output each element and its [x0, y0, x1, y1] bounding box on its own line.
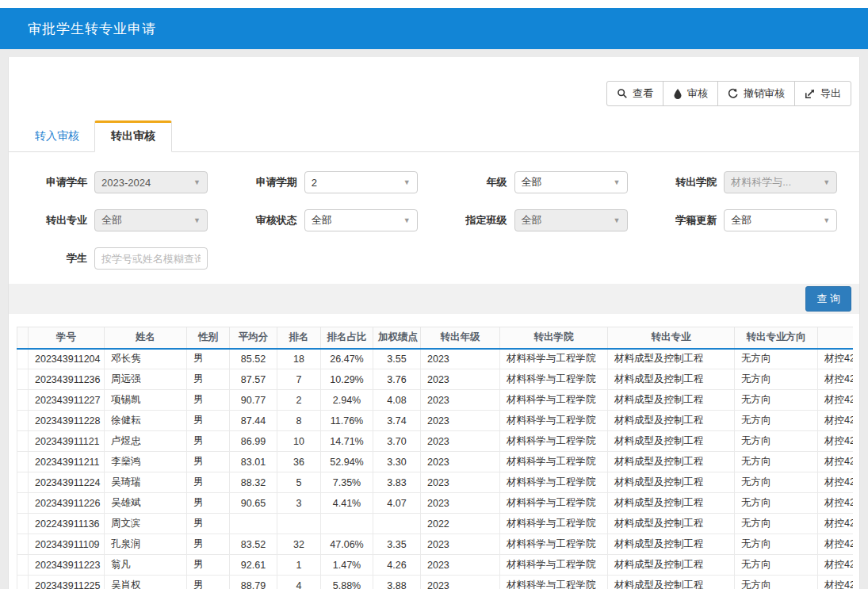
audit-status-label: 审核状态 — [222, 213, 304, 228]
audit-status-value: 全部 — [312, 213, 332, 228]
student-label: 学生 — [12, 251, 94, 266]
table-row[interactable]: 202243911136周文滨男2022材料科学与工程学院材料成型及控制工程无方… — [17, 514, 854, 534]
table-cell: 10.29% — [321, 369, 373, 390]
column-header[interactable]: 转出专业方向 — [735, 327, 818, 349]
table-cell: 2023 — [421, 555, 500, 576]
audit-button-label: 审核 — [687, 86, 708, 101]
table-cell: 4.41% — [321, 493, 373, 514]
apply-term-select[interactable]: 2 ▼ — [304, 171, 418, 193]
table-cell: 材料成型及控制工程 — [608, 472, 735, 493]
table-row[interactable]: 202343911225吴肖权男88.7945.88%3.882023材料科学与… — [17, 576, 854, 589]
table-cell: 7.35% — [321, 472, 373, 493]
table-cell: 4.26 — [373, 555, 421, 576]
table-cell: 1 — [277, 555, 321, 576]
toolbar-button-group: 查看 审核 撤销审核 — [606, 81, 851, 106]
column-header[interactable]: 姓名 — [105, 327, 187, 349]
column-header[interactable]: 转出年级 — [421, 327, 500, 349]
audit-button[interactable]: 审核 — [663, 81, 718, 106]
table-cell: 202243911136 — [29, 514, 105, 534]
student-search-input[interactable] — [94, 247, 208, 270]
column-header[interactable]: 排名占比 — [321, 327, 373, 349]
field-enrollment-update: 学籍更新 全部 ▼ — [641, 209, 851, 231]
out-major-select[interactable]: 全部 ▼ — [94, 209, 208, 231]
table-row[interactable]: 202343911228徐健耘男87.44811.76%3.742023材料科学… — [17, 411, 854, 431]
table-cell: 男 — [187, 472, 230, 493]
grade-select[interactable]: 全部 ▼ — [514, 171, 628, 193]
table-cell: 材料科学与工程学院 — [500, 472, 608, 493]
column-header[interactable]: 学号 — [29, 327, 105, 349]
out-college-select[interactable]: 材料科学与... ▼ — [724, 171, 837, 193]
table-row[interactable]: 202343911223翁凡男92.6111.47%4.262023材料科学与工… — [17, 555, 854, 576]
table-cell: 3.76 — [373, 369, 421, 390]
grade-label: 年级 — [432, 175, 514, 189]
table-cell: 翁凡 — [105, 555, 187, 576]
table-row[interactable]: 202343911224吴琦瑞男88.3257.35%3.832023材料科学与… — [17, 472, 854, 493]
table-cell: 材料成型及控制工程 — [608, 411, 735, 431]
chevron-down-icon: ▼ — [403, 178, 411, 186]
table-cell: 7 — [277, 369, 321, 390]
table-cell: 2023 — [421, 534, 500, 555]
table-cell: 90.77 — [230, 390, 277, 411]
table-cell: 2023 — [421, 411, 500, 431]
table-cell: 2023 — [421, 576, 500, 589]
table-cell: 材料成型及控制工程 — [608, 390, 735, 411]
field-audit-status: 审核状态 全部 ▼ — [222, 209, 432, 231]
table-cell: 8 — [277, 411, 321, 431]
table-cell: 材料科学与工程学院 — [500, 452, 608, 472]
assigned-class-label: 指定班级 — [432, 213, 514, 228]
results-table: 学号姓名性别平均分排名排名占比加权绩点转出年级转出学院转出专业转出专业方向转出班… — [17, 327, 853, 589]
table-cell: 202343911236 — [29, 369, 105, 390]
table-cell: 3.83 — [373, 472, 421, 493]
column-header[interactable]: 转出专业 — [608, 327, 735, 349]
table-cell: 88.79 — [230, 576, 277, 589]
column-header[interactable]: 排名 — [277, 327, 321, 349]
table-cell: 材料科学与工程学院 — [500, 534, 608, 555]
column-header[interactable] — [17, 327, 29, 349]
table-cell: 3 — [277, 493, 321, 514]
table-cell: 材料科学与工程学院 — [500, 390, 608, 411]
column-header[interactable]: 性别 — [187, 327, 230, 349]
audit-status-select[interactable]: 全部 ▼ — [304, 209, 418, 231]
assigned-class-select[interactable]: 全部 ▼ — [514, 209, 628, 231]
column-header[interactable]: 转出学院 — [500, 327, 608, 349]
table-row[interactable]: 202343911121卢煜忠男86.991014.71%3.702023材料科… — [17, 431, 854, 452]
table-row[interactable]: 202343911227项锡凯男90.7722.94%4.082023材料科学与… — [17, 390, 854, 411]
table-row[interactable]: 202343911236周远强男87.57710.29%3.762023材料科学… — [17, 369, 854, 390]
apply-year-select[interactable]: 2023-2024 ▼ — [94, 171, 208, 193]
table-cell: 材料科学与工程学院 — [500, 576, 608, 589]
view-button[interactable]: 查看 — [606, 81, 663, 106]
table-cell: 周远强 — [105, 369, 187, 390]
tab-transfer-in-audit[interactable]: 转入审核 — [20, 121, 94, 151]
chevron-down-icon: ▼ — [403, 216, 411, 224]
table-cell: 男 — [187, 493, 230, 514]
table-row[interactable]: 202343911226吴雄斌男90.6534.41%4.072023材料科学与… — [17, 493, 854, 514]
apply-year-label: 申请学年 — [12, 175, 94, 189]
apply-term-label: 申请学期 — [222, 175, 304, 189]
undo-audit-button[interactable]: 撤销审核 — [717, 81, 795, 106]
chevron-down-icon: ▼ — [823, 178, 830, 186]
column-header[interactable]: 加权绩点 — [373, 327, 421, 349]
table-row[interactable]: 202343911211李燊鸿男83.013652.94%3.302023材料科… — [17, 452, 854, 472]
table-cell: 材料成型及控制工程 — [608, 514, 735, 534]
table-row[interactable]: 202343911109孔泉润男83.523247.06%3.352023材料科… — [17, 534, 854, 555]
table-cell: 无方向 — [735, 411, 818, 431]
table-row[interactable]: 202343911204邓长隽男85.521826.47%3.552023材料科… — [17, 349, 854, 369]
table-cell: 11.76% — [321, 411, 373, 431]
table-cell: 无方向 — [735, 493, 818, 514]
table-cell: 项锡凯 — [105, 390, 187, 411]
column-header[interactable]: 转出班级 — [818, 327, 854, 349]
export-button[interactable]: 导出 — [794, 81, 851, 106]
column-header[interactable]: 平均分 — [230, 327, 277, 349]
enrollment-update-select[interactable]: 全部 ▼ — [724, 209, 837, 231]
assigned-class-value: 全部 — [522, 213, 542, 228]
query-button[interactable]: 查 询 — [805, 286, 851, 312]
table-cell: 3.55 — [373, 349, 421, 369]
filter-row-1: 申请学年 2023-2024 ▼ 申请学期 2 ▼ 年级 — [12, 171, 851, 193]
table-cell: 2022 — [421, 514, 500, 534]
table-cell: 2 — [277, 390, 321, 411]
filter-panel: 申请学年 2023-2024 ▼ 申请学期 2 ▼ 年级 — [9, 152, 859, 284]
page-background: 查看 审核 撤销审核 — [0, 49, 868, 589]
tab-transfer-out-audit[interactable]: 转出审核 — [94, 120, 172, 152]
table-cell: 88.32 — [230, 472, 277, 493]
table-cell — [277, 514, 321, 534]
